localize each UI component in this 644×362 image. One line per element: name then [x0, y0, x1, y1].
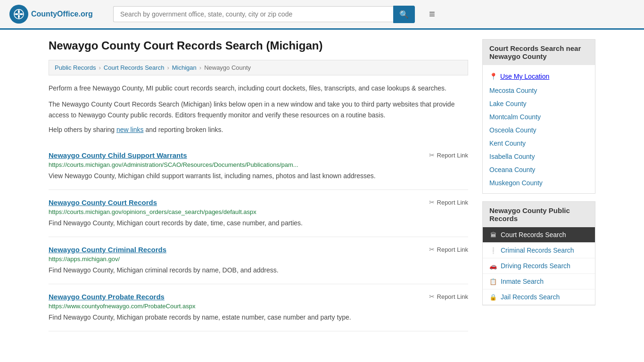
site-logo[interactable]: CountyOffice.org: [9, 5, 104, 24]
nearby-county-5[interactable]: Isabella County: [483, 150, 595, 163]
report-link-3[interactable]: ✂ Report Link: [429, 246, 468, 253]
nearby-county-2[interactable]: Montcalm County: [483, 110, 595, 123]
new-links-link[interactable]: new links: [116, 126, 144, 133]
criminal-icon: ❕: [489, 247, 497, 254]
search-area: 🔍: [113, 6, 415, 23]
result-item: Newaygo County Court Records ✂ Report Li…: [49, 190, 468, 237]
jail-icon: 🔒: [489, 294, 497, 301]
breadcrumb-sep-1: ›: [99, 64, 100, 71]
use-my-location-link[interactable]: Use My Location: [500, 73, 549, 80]
driving-icon: 🚗: [489, 263, 497, 270]
use-my-location[interactable]: 📍 Use My Location: [483, 69, 595, 84]
nearby-list: 📍 Use My Location Mecosta County Lake Co…: [483, 65, 595, 193]
report-link-2[interactable]: ✂ Report Link: [429, 198, 468, 206]
report-icon-3: ✂: [429, 246, 435, 253]
public-record-3[interactable]: 📋 Inmate Search: [483, 274, 595, 289]
desc-para-1: Perform a free Newaygo County, MI public…: [49, 83, 468, 93]
search-button[interactable]: 🔍: [393, 6, 415, 23]
result-url-1[interactable]: https://courts.michigan.gov/Administrati…: [49, 161, 468, 168]
search-input[interactable]: [113, 6, 393, 22]
result-url-4[interactable]: https://www.countyofnewaygo.com/ProbateC…: [49, 303, 468, 310]
logo-icon: [9, 5, 28, 24]
report-link-1[interactable]: ✂ Report Link: [429, 151, 468, 159]
main-content: Newaygo County Court Records Search (Mic…: [49, 39, 468, 331]
report-icon-4: ✂: [429, 293, 435, 300]
result-title-3[interactable]: Newaygo County Criminal Records: [49, 246, 166, 254]
breadcrumb-current: Newaygo County: [204, 64, 251, 71]
nearby-county-4[interactable]: Kent County: [483, 137, 595, 150]
public-record-4[interactable]: 🔒 Jail Records Search: [483, 289, 595, 305]
nearby-counties-box: Court Records Search near Newaygo County…: [482, 39, 595, 194]
results-list: Newaygo County Child Support Warrants ✂ …: [49, 143, 468, 331]
result-title-2[interactable]: Newaygo County Court Records: [49, 198, 157, 206]
inmate-icon: 📋: [489, 278, 497, 285]
report-link-4[interactable]: ✂ Report Link: [429, 293, 468, 300]
result-desc-1: View Newaygo County, Michigan child supp…: [49, 171, 468, 181]
public-record-0[interactable]: 🏛 Court Records Search: [483, 227, 595, 243]
public-record-2[interactable]: 🚗 Driving Records Search: [483, 258, 595, 274]
location-icon: 📍: [489, 73, 497, 80]
public-records-box: Newaygo County Public Records 🏛 Court Re…: [482, 201, 595, 305]
report-icon-1: ✂: [429, 151, 435, 159]
result-desc-4: Find Newaygo County, Michigan probate re…: [49, 313, 468, 322]
sidebar: Court Records Search near Newaygo County…: [482, 39, 595, 331]
result-title-4[interactable]: Newaygo County Probate Records: [49, 293, 165, 301]
public-records-title: Newaygo County Public Records: [483, 202, 595, 227]
menu-button[interactable]: ≡: [429, 8, 435, 20]
result-url-3[interactable]: https://apps.michigan.gov/: [49, 255, 468, 263]
breadcrumb: Public Records › Court Records Search › …: [49, 60, 468, 75]
result-item: Newaygo County Child Support Warrants ✂ …: [49, 143, 468, 190]
page-title: Newaygo County Court Records Search (Mic…: [49, 39, 468, 52]
breadcrumb-sep-3: ›: [199, 64, 201, 71]
court-icon: 🏛: [489, 231, 497, 239]
public-record-1[interactable]: ❕ Criminal Records Search: [483, 243, 595, 258]
result-item: Newaygo County Criminal Records ✂ Report…: [49, 237, 468, 284]
nearby-title: Court Records Search near Newaygo County: [483, 40, 595, 65]
result-item: Newaygo County Probate Records ✂ Report …: [49, 284, 468, 331]
nearby-county-6[interactable]: Oceana County: [483, 163, 595, 176]
result-title-1[interactable]: Newaygo County Child Support Warrants: [49, 151, 187, 159]
result-desc-3: Find Newaygo County, Michigan criminal r…: [49, 265, 468, 275]
result-url-2[interactable]: https://courts.michigan.gov/opinions_ord…: [49, 208, 468, 215]
desc-para-2: The Newaygo County Court Records Search …: [49, 99, 468, 120]
logo-text: CountyOffice.org: [31, 10, 93, 18]
search-icon: 🔍: [399, 10, 409, 18]
result-desc-2: Find Newaygo County, Michigan court reco…: [49, 218, 468, 228]
nearby-county-1[interactable]: Lake County: [483, 97, 595, 110]
breadcrumb-sep-2: ›: [167, 64, 169, 71]
breadcrumb-michigan[interactable]: Michigan: [172, 64, 197, 71]
nearby-county-7[interactable]: Muskegon County: [483, 176, 595, 189]
hamburger-icon: ≡: [429, 8, 435, 20]
nearby-county-0[interactable]: Mecosta County: [483, 84, 595, 97]
breadcrumb-court-records[interactable]: Court Records Search: [104, 64, 165, 71]
report-icon-2: ✂: [429, 198, 435, 206]
share-para: Help others by sharing new links and rep…: [49, 126, 468, 133]
breadcrumb-public-records[interactable]: Public Records: [55, 64, 96, 71]
nearby-county-3[interactable]: Osceola County: [483, 123, 595, 137]
